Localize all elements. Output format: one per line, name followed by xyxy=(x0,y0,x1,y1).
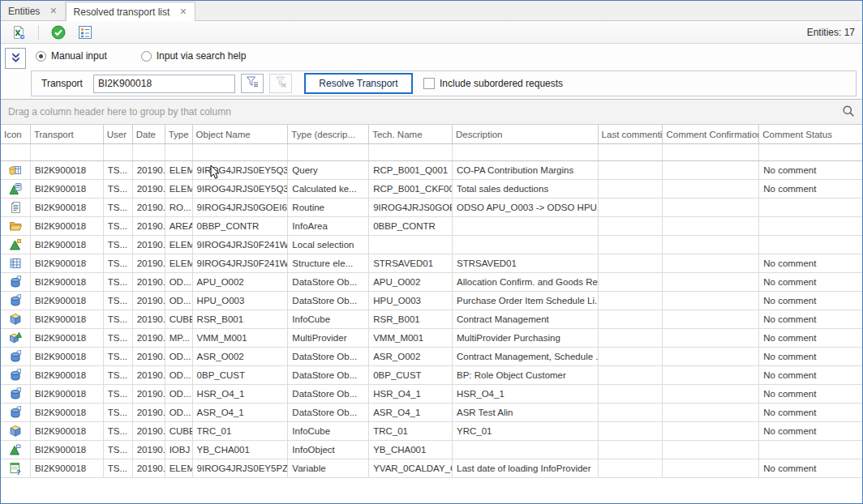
cell-transport[interactable]: BI2K900018 xyxy=(31,329,104,347)
confirm-icon[interactable] xyxy=(48,23,69,41)
cell-user[interactable]: TS... xyxy=(104,441,133,459)
column-header[interactable]: Description xyxy=(453,125,599,143)
cell-object_name[interactable]: ASR_O002 xyxy=(193,348,289,365)
cell-last_comment[interactable] xyxy=(599,329,663,347)
cell-last_comment[interactable] xyxy=(599,236,663,254)
table-row[interactable]: BI2K900018TS...20190...CUBERSR_B001InfoC… xyxy=(1,310,862,329)
cell-type_desc[interactable]: Calculated ke... xyxy=(288,180,369,198)
cell-transport[interactable]: BI2K900018 xyxy=(31,180,104,198)
cell-comment_status[interactable]: No comment xyxy=(759,161,862,179)
auto-filter-cell[interactable] xyxy=(104,144,133,160)
cell-comment_confirmation[interactable] xyxy=(663,422,759,440)
cell-user[interactable]: TS... xyxy=(104,217,133,235)
cell-user[interactable]: TS... xyxy=(104,329,133,347)
cell-comment_status[interactable]: No comment xyxy=(759,404,862,421)
cell-description[interactable]: YRC_01 xyxy=(453,422,599,440)
cell-type_desc[interactable]: DataStore Ob... xyxy=(288,292,369,310)
cell-comment_confirmation[interactable] xyxy=(663,199,759,216)
cell-description[interactable]: Contract Management xyxy=(453,310,599,328)
cell-comment_status[interactable]: No comment xyxy=(759,459,862,477)
cell-comment_confirmation[interactable] xyxy=(663,236,759,254)
cell-comment_confirmation[interactable] xyxy=(663,441,759,459)
cell-tech_name[interactable] xyxy=(369,236,453,254)
cell-date[interactable]: 20190... xyxy=(133,422,165,440)
table-row[interactable]: BI2K900018TS...20190...OD...ASR_O4_1Data… xyxy=(1,404,862,422)
cell-tech_name[interactable]: 0BP_CUST xyxy=(369,366,453,384)
cell-type[interactable]: OD... xyxy=(165,385,193,403)
cell-tech_name[interactable]: ASR_O4_1 xyxy=(369,404,453,421)
cell-object_name[interactable]: TRC_01 xyxy=(193,422,289,440)
cell-description[interactable] xyxy=(453,217,599,235)
table-row[interactable]: BI2K900018TS...20190...OD...HSR_O4_1Data… xyxy=(1,385,862,404)
cell-comment_status[interactable] xyxy=(759,199,862,216)
cell-date[interactable]: 20190... xyxy=(133,348,165,365)
cell-type_desc[interactable]: InfoCube xyxy=(288,310,369,328)
export-to-excel-icon[interactable] xyxy=(8,23,29,41)
cell-comment_status[interactable]: No comment xyxy=(759,385,862,403)
cell-type[interactable]: OD... xyxy=(165,404,193,421)
cell-comment_status[interactable]: No comment xyxy=(759,366,862,384)
cell-user[interactable]: TS... xyxy=(104,236,133,254)
cell-type_desc[interactable]: InfoCube xyxy=(288,422,369,440)
cell-type[interactable]: CUBE xyxy=(165,422,193,440)
table-row[interactable]: BI2K900018TS...20190...MP...VMM_M001Mult… xyxy=(1,329,862,348)
column-header[interactable]: Transport xyxy=(31,125,104,143)
radio-input-via-search-help[interactable]: Input via search help xyxy=(141,50,247,62)
cell-date[interactable]: 20190... xyxy=(133,441,165,459)
cell-comment_confirmation[interactable] xyxy=(663,310,759,328)
cell-tech_name[interactable]: ASR_O002 xyxy=(369,348,453,365)
cell-date[interactable]: 20190... xyxy=(133,292,165,310)
cell-object_name[interactable]: 9IROG4JRJS0EY5PZ... xyxy=(193,459,289,477)
table-row[interactable]: BI2K900018TS...20190...RO...9IROG4JRJS0G… xyxy=(1,199,862,217)
cell-object_name[interactable]: HSR_O4_1 xyxy=(193,385,289,403)
cell-type[interactable]: CUBE xyxy=(165,310,193,328)
cell-comment_status[interactable] xyxy=(759,217,862,235)
cell-last_comment[interactable] xyxy=(599,310,663,328)
auto-filter-cell[interactable] xyxy=(288,144,369,160)
cell-description[interactable]: CO-PA Contribution Margins xyxy=(453,161,599,179)
cell-date[interactable]: 20190... xyxy=(133,273,165,291)
cell-transport[interactable]: BI2K900018 xyxy=(31,254,104,272)
cell-object_name[interactable]: 9IROG4JRJS0F241W... xyxy=(193,236,289,254)
cell-comment_status[interactable]: No comment xyxy=(759,180,862,198)
cell-type_desc[interactable]: DataStore Ob... xyxy=(288,348,369,365)
cell-tech_name[interactable]: TRC_01 xyxy=(369,422,453,440)
cell-description[interactable] xyxy=(453,236,599,254)
table-row[interactable]: BI2K900018TS...20190...OD...0BP_CUSTData… xyxy=(1,366,862,385)
auto-filter-cell[interactable] xyxy=(165,144,193,160)
auto-filter-cell[interactable] xyxy=(193,144,289,160)
cell-type_desc[interactable]: DataStore Ob... xyxy=(288,273,369,291)
cell-tech_name[interactable]: STRSAVED01 xyxy=(369,254,453,272)
cell-last_comment[interactable] xyxy=(599,292,663,310)
cell-user[interactable]: TS... xyxy=(104,348,133,365)
cell-tech_name[interactable]: APU_O002 xyxy=(369,273,453,291)
cell-transport[interactable]: BI2K900018 xyxy=(31,459,104,477)
cell-type_desc[interactable]: DataStore Ob... xyxy=(288,385,369,403)
cell-type_desc[interactable]: DataStore Ob... xyxy=(288,404,369,421)
cell-transport[interactable]: BI2K900018 xyxy=(31,236,104,254)
cell-type[interactable]: MP... xyxy=(165,329,193,347)
cell-description[interactable]: Allocation Confirm. and Goods Re... xyxy=(453,273,599,291)
close-icon[interactable]: ✕ xyxy=(49,6,57,15)
cell-user[interactable]: TS... xyxy=(104,180,133,198)
details-view-icon[interactable] xyxy=(75,23,96,41)
cell-comment_confirmation[interactable] xyxy=(663,217,759,235)
cell-object_name[interactable]: VMM_M001 xyxy=(193,329,289,347)
cell-description[interactable]: STRSAVED01 xyxy=(453,254,599,272)
cell-description[interactable]: Purchase Order Item Schedule Li... xyxy=(453,292,599,310)
cell-last_comment[interactable] xyxy=(599,366,663,384)
cell-type[interactable]: OD... xyxy=(165,348,193,365)
cell-comment_confirmation[interactable] xyxy=(663,404,759,421)
cell-transport[interactable]: BI2K900018 xyxy=(31,441,104,459)
column-header[interactable]: Object Name xyxy=(193,125,289,143)
column-header[interactable]: Icon xyxy=(1,125,31,143)
auto-filter-cell[interactable] xyxy=(759,144,862,160)
cell-transport[interactable]: BI2K900018 xyxy=(31,348,104,365)
cell-comment_confirmation[interactable] xyxy=(663,292,759,310)
cell-user[interactable]: TS... xyxy=(104,385,133,403)
cell-object_name[interactable]: ASR_O4_1 xyxy=(193,404,289,421)
table-row[interactable]: BI2K900018TS...20190...ELEM9IROG4JRJS0EY… xyxy=(1,180,862,199)
cell-description[interactable]: BP: Role Object Customer xyxy=(453,366,599,384)
cell-type[interactable]: ELEM xyxy=(165,459,193,477)
cell-last_comment[interactable] xyxy=(599,161,663,179)
